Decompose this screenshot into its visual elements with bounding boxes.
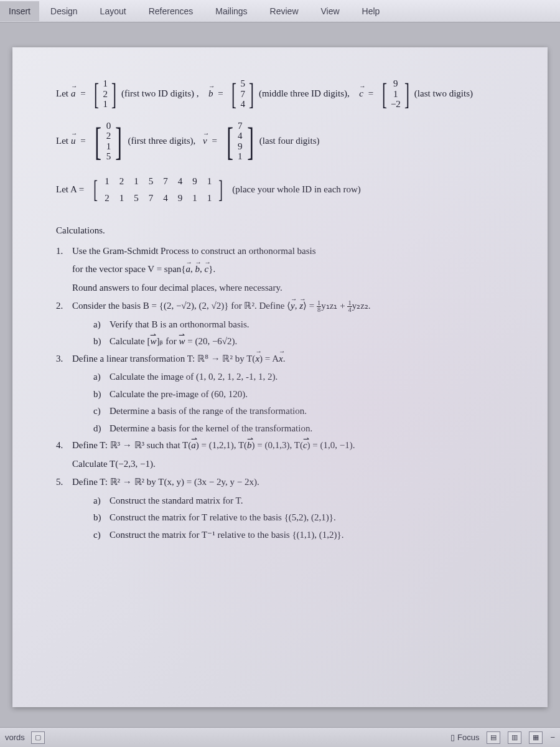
p5c: Construct the matrix for T⁻¹ relative to… — [110, 527, 344, 543]
matrix-a: [ 1 2 1 ] — [91, 78, 118, 110]
p3-text: Define a linear transformation T: ℝ⁸ → ℝ… — [72, 351, 285, 367]
p2b: Calculate [w]ᵦ for w = (20, −6√2). — [110, 334, 237, 350]
problem-list: 1.Use the Gram-Schmidt Process to constr… — [56, 243, 513, 543]
proof-icon[interactable]: ▢ — [31, 731, 45, 744]
p3b: Calculate the pre-image of (60, 120). — [110, 387, 248, 403]
note-u: (first three digits), — [128, 133, 196, 149]
status-bar: vords ▢ ▯ Focus ▤ ▥ ▦ − — [0, 727, 560, 747]
matrix-c: [ 9 1 −2 ] — [380, 78, 412, 110]
zoom-out[interactable]: − — [550, 733, 555, 742]
let-A-label: Let A = — [56, 181, 84, 198]
vector-b: b — [208, 85, 213, 102]
p5b: Construct the matrix for T relative to t… — [110, 510, 336, 526]
def-uv: Let u = [ 0 2 1 5 ] (first three digits)… — [56, 121, 513, 162]
def-A: Let A = [ 12 15 74 91 21 57 — [56, 173, 513, 207]
note-c: (last two digits) — [414, 85, 473, 102]
tab-insert[interactable]: Insert — [0, 1, 39, 21]
print-layout-icon[interactable]: ▥ — [508, 731, 521, 744]
matrix-v: [ 7 4 9 1 ] — [223, 121, 257, 162]
tab-references[interactable]: References — [138, 1, 205, 21]
p3c: Determine a basis of the range of the tr… — [110, 403, 307, 420]
web-layout-icon[interactable]: ▦ — [529, 731, 543, 744]
p3a: Calculate the image of (1, 0, 2, 1, 2, -… — [110, 369, 278, 385]
page: Let a = [ 1 2 1 ] (first two ID digits) … — [12, 47, 548, 707]
matrix-A: [ 12 15 74 91 21 57 49 11 — [91, 173, 225, 207]
matrix-u: [ 0 2 1 5 ] — [91, 121, 125, 162]
vector-a: a — [71, 85, 76, 102]
focus-button[interactable]: ▯ Focus — [450, 733, 479, 742]
tab-design[interactable]: Design — [39, 1, 89, 21]
let-u-label: Let — [56, 133, 68, 149]
tab-view[interactable]: View — [310, 1, 351, 21]
calculations-header: Calculations. — [56, 225, 513, 236]
p1-line1: Use the Gram-Schmidt Process to construc… — [72, 243, 316, 260]
let-a-label: Let — [56, 85, 68, 102]
p5a: Construct the standard matrix for T. — [110, 493, 243, 509]
document-area: Let a = [ 1 2 1 ] (first two ID digits) … — [0, 22, 560, 727]
p1-line2: for the vector space V = span{a, b, c}. — [56, 261, 513, 278]
tab-help[interactable]: Help — [351, 1, 391, 21]
word-count[interactable]: vords — [5, 733, 25, 742]
p5-text: Define T: ℝ² → ℝ² by T(x, y) = (3x − 2y,… — [72, 474, 259, 491]
vector-u: u — [71, 133, 76, 149]
tab-layout[interactable]: Layout — [89, 1, 138, 21]
p1-line3: Round answers to four decimal places, wh… — [56, 280, 513, 296]
p2-text: Consider the basis B = {(2, −√2), (2, √2… — [72, 298, 371, 314]
tab-mailings[interactable]: Mailings — [204, 1, 258, 21]
note-a: (first two ID digits) , — [121, 85, 199, 102]
p3d: Determine a basis for the kernel of the … — [110, 421, 312, 437]
definitions-block: Let a = [ 1 2 1 ] (first two ID digits) … — [56, 78, 513, 207]
matrix-b: [ 5 7 4 ] — [229, 78, 256, 110]
read-mode-icon[interactable]: ▤ — [487, 731, 500, 744]
ribbon: Insert Design Layout References Mailings… — [0, 0, 560, 22]
vector-c: c — [359, 85, 363, 102]
def-abc: Let a = [ 1 2 1 ] (first two ID digits) … — [56, 78, 513, 110]
note-A: (place your whole ID in each row) — [232, 181, 361, 198]
note-v: (last four digits) — [259, 133, 320, 149]
vector-v: v — [203, 133, 207, 149]
note-b: (middle three ID digits), — [259, 85, 350, 102]
p4-line2: Calculate T(−2,3, −1). — [56, 456, 513, 472]
tab-review[interactable]: Review — [259, 1, 310, 21]
p4-text: Define T: ℝ³ → ℝ³ such that T(a) = (1,2,… — [72, 438, 355, 454]
